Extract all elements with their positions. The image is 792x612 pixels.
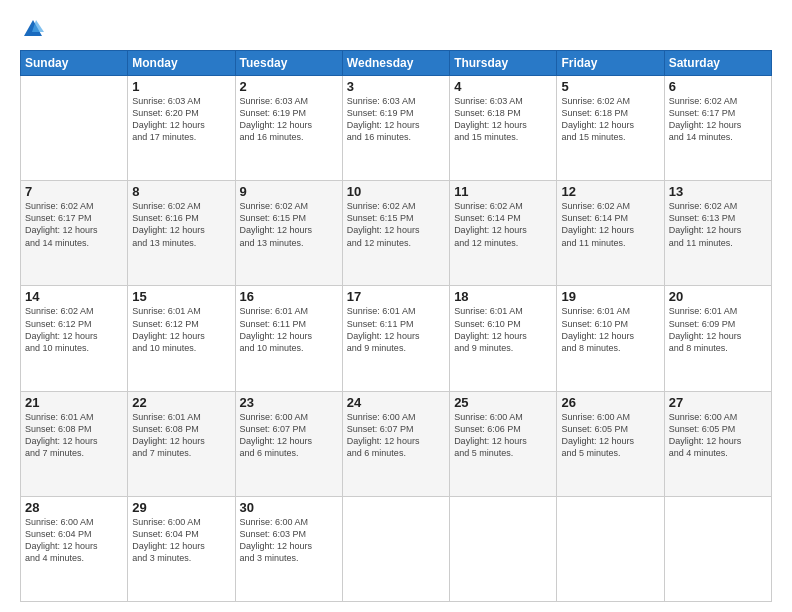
- day-info: Sunrise: 6:03 AM Sunset: 6:20 PM Dayligh…: [132, 95, 230, 144]
- calendar-header-sunday: Sunday: [21, 51, 128, 76]
- calendar-cell: 11Sunrise: 6:02 AM Sunset: 6:14 PM Dayli…: [450, 181, 557, 286]
- day-number: 1: [132, 79, 230, 94]
- calendar-week-row: 14Sunrise: 6:02 AM Sunset: 6:12 PM Dayli…: [21, 286, 772, 391]
- day-number: 29: [132, 500, 230, 515]
- calendar-cell: 25Sunrise: 6:00 AM Sunset: 6:06 PM Dayli…: [450, 391, 557, 496]
- calendar-table: SundayMondayTuesdayWednesdayThursdayFrid…: [20, 50, 772, 602]
- day-info: Sunrise: 6:00 AM Sunset: 6:04 PM Dayligh…: [25, 516, 123, 565]
- header: [20, 18, 772, 40]
- day-info: Sunrise: 6:00 AM Sunset: 6:07 PM Dayligh…: [240, 411, 338, 460]
- calendar-week-row: 7Sunrise: 6:02 AM Sunset: 6:17 PM Daylig…: [21, 181, 772, 286]
- day-info: Sunrise: 6:00 AM Sunset: 6:06 PM Dayligh…: [454, 411, 552, 460]
- day-number: 12: [561, 184, 659, 199]
- calendar-cell: [342, 496, 449, 601]
- calendar-cell: 17Sunrise: 6:01 AM Sunset: 6:11 PM Dayli…: [342, 286, 449, 391]
- day-number: 2: [240, 79, 338, 94]
- day-number: 10: [347, 184, 445, 199]
- day-info: Sunrise: 6:02 AM Sunset: 6:17 PM Dayligh…: [669, 95, 767, 144]
- day-info: Sunrise: 6:00 AM Sunset: 6:03 PM Dayligh…: [240, 516, 338, 565]
- day-number: 3: [347, 79, 445, 94]
- calendar-cell: 7Sunrise: 6:02 AM Sunset: 6:17 PM Daylig…: [21, 181, 128, 286]
- calendar-cell: 1Sunrise: 6:03 AM Sunset: 6:20 PM Daylig…: [128, 76, 235, 181]
- calendar-cell: 13Sunrise: 6:02 AM Sunset: 6:13 PM Dayli…: [664, 181, 771, 286]
- calendar-cell: [557, 496, 664, 601]
- day-number: 17: [347, 289, 445, 304]
- calendar-cell: 14Sunrise: 6:02 AM Sunset: 6:12 PM Dayli…: [21, 286, 128, 391]
- day-info: Sunrise: 6:01 AM Sunset: 6:08 PM Dayligh…: [25, 411, 123, 460]
- day-number: 22: [132, 395, 230, 410]
- logo-icon: [22, 18, 44, 40]
- calendar-header-thursday: Thursday: [450, 51, 557, 76]
- day-info: Sunrise: 6:00 AM Sunset: 6:05 PM Dayligh…: [561, 411, 659, 460]
- day-number: 15: [132, 289, 230, 304]
- day-info: Sunrise: 6:00 AM Sunset: 6:04 PM Dayligh…: [132, 516, 230, 565]
- calendar-cell: 3Sunrise: 6:03 AM Sunset: 6:19 PM Daylig…: [342, 76, 449, 181]
- calendar-cell: 30Sunrise: 6:00 AM Sunset: 6:03 PM Dayli…: [235, 496, 342, 601]
- calendar-cell: 12Sunrise: 6:02 AM Sunset: 6:14 PM Dayli…: [557, 181, 664, 286]
- calendar-cell: 23Sunrise: 6:00 AM Sunset: 6:07 PM Dayli…: [235, 391, 342, 496]
- day-number: 11: [454, 184, 552, 199]
- calendar-header-friday: Friday: [557, 51, 664, 76]
- calendar-cell: 15Sunrise: 6:01 AM Sunset: 6:12 PM Dayli…: [128, 286, 235, 391]
- calendar-cell: 10Sunrise: 6:02 AM Sunset: 6:15 PM Dayli…: [342, 181, 449, 286]
- calendar-cell: 9Sunrise: 6:02 AM Sunset: 6:15 PM Daylig…: [235, 181, 342, 286]
- day-number: 24: [347, 395, 445, 410]
- day-info: Sunrise: 6:00 AM Sunset: 6:05 PM Dayligh…: [669, 411, 767, 460]
- day-number: 9: [240, 184, 338, 199]
- day-info: Sunrise: 6:02 AM Sunset: 6:18 PM Dayligh…: [561, 95, 659, 144]
- calendar-week-row: 28Sunrise: 6:00 AM Sunset: 6:04 PM Dayli…: [21, 496, 772, 601]
- day-number: 14: [25, 289, 123, 304]
- calendar-cell: 2Sunrise: 6:03 AM Sunset: 6:19 PM Daylig…: [235, 76, 342, 181]
- day-info: Sunrise: 6:02 AM Sunset: 6:13 PM Dayligh…: [669, 200, 767, 249]
- calendar-cell: 26Sunrise: 6:00 AM Sunset: 6:05 PM Dayli…: [557, 391, 664, 496]
- day-info: Sunrise: 6:01 AM Sunset: 6:10 PM Dayligh…: [454, 305, 552, 354]
- day-number: 18: [454, 289, 552, 304]
- day-info: Sunrise: 6:01 AM Sunset: 6:10 PM Dayligh…: [561, 305, 659, 354]
- calendar-week-row: 21Sunrise: 6:01 AM Sunset: 6:08 PM Dayli…: [21, 391, 772, 496]
- calendar-cell: 19Sunrise: 6:01 AM Sunset: 6:10 PM Dayli…: [557, 286, 664, 391]
- calendar-header-monday: Monday: [128, 51, 235, 76]
- calendar-cell: 22Sunrise: 6:01 AM Sunset: 6:08 PM Dayli…: [128, 391, 235, 496]
- calendar-cell: 29Sunrise: 6:00 AM Sunset: 6:04 PM Dayli…: [128, 496, 235, 601]
- day-info: Sunrise: 6:03 AM Sunset: 6:19 PM Dayligh…: [240, 95, 338, 144]
- calendar-cell: 5Sunrise: 6:02 AM Sunset: 6:18 PM Daylig…: [557, 76, 664, 181]
- day-number: 4: [454, 79, 552, 94]
- day-info: Sunrise: 6:02 AM Sunset: 6:15 PM Dayligh…: [347, 200, 445, 249]
- calendar-cell: 18Sunrise: 6:01 AM Sunset: 6:10 PM Dayli…: [450, 286, 557, 391]
- calendar-cell: 4Sunrise: 6:03 AM Sunset: 6:18 PM Daylig…: [450, 76, 557, 181]
- day-info: Sunrise: 6:02 AM Sunset: 6:15 PM Dayligh…: [240, 200, 338, 249]
- day-info: Sunrise: 6:02 AM Sunset: 6:16 PM Dayligh…: [132, 200, 230, 249]
- day-info: Sunrise: 6:02 AM Sunset: 6:14 PM Dayligh…: [454, 200, 552, 249]
- calendar-cell: 24Sunrise: 6:00 AM Sunset: 6:07 PM Dayli…: [342, 391, 449, 496]
- day-number: 25: [454, 395, 552, 410]
- calendar-week-row: 1Sunrise: 6:03 AM Sunset: 6:20 PM Daylig…: [21, 76, 772, 181]
- day-number: 8: [132, 184, 230, 199]
- day-info: Sunrise: 6:03 AM Sunset: 6:18 PM Dayligh…: [454, 95, 552, 144]
- day-info: Sunrise: 6:02 AM Sunset: 6:12 PM Dayligh…: [25, 305, 123, 354]
- day-number: 30: [240, 500, 338, 515]
- day-number: 21: [25, 395, 123, 410]
- day-number: 6: [669, 79, 767, 94]
- calendar-cell: [664, 496, 771, 601]
- day-info: Sunrise: 6:01 AM Sunset: 6:08 PM Dayligh…: [132, 411, 230, 460]
- calendar-cell: 21Sunrise: 6:01 AM Sunset: 6:08 PM Dayli…: [21, 391, 128, 496]
- calendar-cell: [450, 496, 557, 601]
- calendar-cell: [21, 76, 128, 181]
- day-number: 26: [561, 395, 659, 410]
- day-info: Sunrise: 6:01 AM Sunset: 6:09 PM Dayligh…: [669, 305, 767, 354]
- calendar-cell: 6Sunrise: 6:02 AM Sunset: 6:17 PM Daylig…: [664, 76, 771, 181]
- day-number: 28: [25, 500, 123, 515]
- logo: [20, 18, 44, 40]
- day-number: 19: [561, 289, 659, 304]
- day-info: Sunrise: 6:01 AM Sunset: 6:11 PM Dayligh…: [240, 305, 338, 354]
- day-number: 13: [669, 184, 767, 199]
- calendar-cell: 27Sunrise: 6:00 AM Sunset: 6:05 PM Dayli…: [664, 391, 771, 496]
- day-number: 23: [240, 395, 338, 410]
- calendar-cell: 16Sunrise: 6:01 AM Sunset: 6:11 PM Dayli…: [235, 286, 342, 391]
- page: SundayMondayTuesdayWednesdayThursdayFrid…: [0, 0, 792, 612]
- calendar-header-tuesday: Tuesday: [235, 51, 342, 76]
- day-info: Sunrise: 6:02 AM Sunset: 6:14 PM Dayligh…: [561, 200, 659, 249]
- day-info: Sunrise: 6:02 AM Sunset: 6:17 PM Dayligh…: [25, 200, 123, 249]
- day-info: Sunrise: 6:03 AM Sunset: 6:19 PM Dayligh…: [347, 95, 445, 144]
- day-number: 7: [25, 184, 123, 199]
